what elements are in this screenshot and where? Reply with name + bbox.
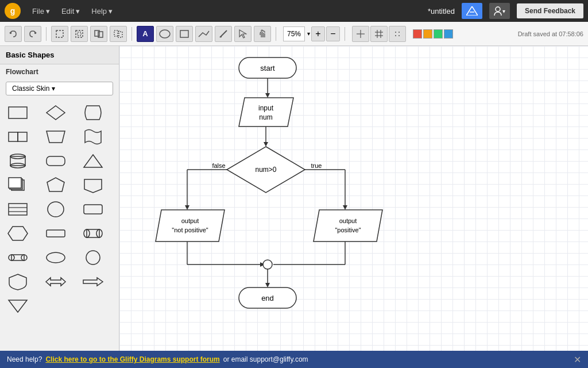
shape-pages[interactable] xyxy=(5,175,31,195)
user-button[interactable]: ▾ xyxy=(489,3,510,19)
shape-pentagon[interactable] xyxy=(42,175,69,195)
shape-rounded-rect3[interactable] xyxy=(42,223,69,244)
close-bottom-bar-button[interactable]: ✕ xyxy=(574,354,581,365)
shape-shield[interactable] xyxy=(5,271,31,292)
group-icon xyxy=(94,30,103,38)
svg-rect-8 xyxy=(76,30,83,37)
svg-rect-44 xyxy=(9,204,27,215)
shape-rect2[interactable] xyxy=(5,126,31,147)
ellipse-tool-button[interactable] xyxy=(156,26,173,42)
shape-wave[interactable] xyxy=(80,126,106,147)
grid-btn3[interactable] xyxy=(389,26,406,42)
svg-text:true: true xyxy=(311,162,322,169)
svg-point-28 xyxy=(399,35,400,36)
zoom-out-button[interactable]: − xyxy=(326,26,340,41)
shape-diamond[interactable] xyxy=(42,102,69,123)
color-palette xyxy=(413,29,453,39)
shape-trapezoid[interactable] xyxy=(42,126,69,147)
svg-marker-94 xyxy=(265,283,270,288)
text-tool-button[interactable]: A xyxy=(137,26,154,42)
color-swatch-red[interactable] xyxy=(413,29,422,39)
shape-arrow-bidir[interactable] xyxy=(42,271,69,292)
select-button[interactable] xyxy=(51,26,68,42)
left-panel: Basic Shapes Flowchart Classic Skin ▾ xyxy=(0,46,119,351)
svg-rect-13 xyxy=(118,32,122,37)
shape-ellipse2[interactable] xyxy=(42,247,69,268)
draw-tool-button[interactable] xyxy=(215,26,232,42)
color-swatch-blue[interactable] xyxy=(444,29,453,39)
select-icon xyxy=(56,30,64,38)
color-swatch-orange[interactable] xyxy=(423,29,432,39)
main-area: Basic Shapes Flowchart Classic Skin ▾ xyxy=(0,46,588,351)
redo-button[interactable] xyxy=(24,26,41,42)
shape-rectangle[interactable] xyxy=(5,102,31,123)
ellipse-icon xyxy=(159,29,171,39)
shape-stadium[interactable] xyxy=(80,223,106,244)
grid-btn2[interactable] xyxy=(370,26,388,42)
shape-pentagon2[interactable] xyxy=(80,175,106,195)
drive-button[interactable] xyxy=(462,3,482,19)
undo-button[interactable] xyxy=(5,26,22,42)
svg-line-16 xyxy=(220,30,227,37)
svg-point-26 xyxy=(399,32,400,33)
skin-selector[interactable]: Classic Skin ▾ xyxy=(6,82,113,95)
svg-marker-33 xyxy=(47,131,65,143)
shape-circle[interactable] xyxy=(42,199,69,220)
panel-subsection-flowchart: Flowchart xyxy=(0,64,119,79)
lasso-button[interactable] xyxy=(71,26,88,42)
svg-marker-18 xyxy=(239,30,246,38)
edit-menu[interactable]: Edit ▾ xyxy=(57,5,84,18)
pointer-tool-button[interactable] xyxy=(234,26,252,42)
sep4 xyxy=(345,27,345,41)
line-icon xyxy=(198,30,210,38)
zoom-dropdown-button[interactable]: ▾ xyxy=(307,30,310,37)
shape-triangle[interactable] xyxy=(80,151,106,171)
shape-grid-rect[interactable] xyxy=(5,199,31,220)
grid-controls xyxy=(352,26,406,42)
canvas[interactable]: start input num num>0 false true xyxy=(119,46,588,351)
logo-icon: g xyxy=(5,3,21,19)
shape-pill[interactable] xyxy=(5,247,31,268)
shape-rounded-rect2[interactable] xyxy=(80,199,106,220)
svg-point-14 xyxy=(160,30,170,38)
svg-marker-43 xyxy=(84,179,102,193)
help-text: Need help? xyxy=(7,355,42,363)
ungroup-button[interactable] xyxy=(110,26,127,42)
help-menu[interactable]: Help ▾ xyxy=(87,5,117,18)
shape-cylinder[interactable] xyxy=(5,151,31,171)
grid-btn1[interactable] xyxy=(352,26,369,42)
rect-tool-button[interactable] xyxy=(176,26,193,42)
panel-section-title: Basic Shapes xyxy=(0,46,119,64)
redo-icon xyxy=(28,29,37,39)
pointer-icon xyxy=(239,29,247,39)
or-text: or email support@gliffy.com xyxy=(223,355,308,363)
file-menu[interactable]: File ▾ xyxy=(28,5,55,18)
svg-text:g: g xyxy=(10,6,16,16)
svg-marker-49 xyxy=(8,227,28,240)
zoom-control: 75% ▾ + − xyxy=(283,26,340,41)
zoom-in-button[interactable]: + xyxy=(311,26,325,41)
group-button[interactable] xyxy=(90,26,107,42)
shape-arrow-right[interactable] xyxy=(80,271,106,292)
svg-marker-65 xyxy=(265,93,270,98)
user-icon xyxy=(493,6,502,16)
svg-marker-78 xyxy=(156,210,225,241)
shape-triangle2[interactable] xyxy=(5,296,31,316)
skin-dropdown-icon: ▾ xyxy=(52,85,55,93)
shape-hexagon[interactable] xyxy=(5,223,31,244)
shape-rounded-rect[interactable] xyxy=(42,151,69,171)
shape-flag[interactable] xyxy=(80,102,106,123)
svg-marker-30 xyxy=(47,106,65,120)
hand-icon xyxy=(258,29,267,39)
line-tool-button[interactable] xyxy=(195,26,212,42)
grid-dots-icon xyxy=(393,30,401,38)
document-title: *untitled xyxy=(428,7,455,16)
color-swatch-green[interactable] xyxy=(434,29,443,39)
svg-text:end: end xyxy=(261,294,274,302)
help-link[interactable]: Click here to go to the Gliffy Diagrams … xyxy=(45,355,219,363)
svg-rect-31 xyxy=(9,132,18,141)
svg-point-92 xyxy=(263,260,272,269)
hand-tool-button[interactable] xyxy=(254,26,271,42)
shape-circle2[interactable] xyxy=(80,247,106,268)
send-feedback-button[interactable]: Send Feedback xyxy=(517,3,583,18)
